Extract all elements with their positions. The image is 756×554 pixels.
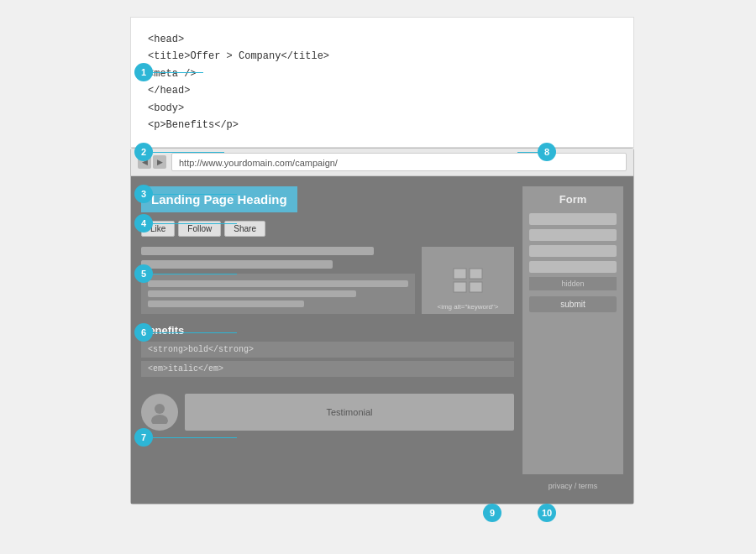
code-line-2: <title>Offer > Company</title> xyxy=(148,48,617,65)
callout-10: 10 xyxy=(538,504,556,522)
callout-3: 3 xyxy=(134,185,153,203)
text-line-1 xyxy=(141,247,374,255)
lp-form: Form hidden submit xyxy=(522,186,623,474)
code-line-5: <body> xyxy=(148,100,617,117)
form-field-2 xyxy=(529,229,617,241)
form-submit-button[interactable]: submit xyxy=(529,296,617,312)
bullet-line-1 xyxy=(148,280,408,287)
callout-line-7 xyxy=(153,437,237,438)
code-block: <head> <title>Offer > Company</title> <m… xyxy=(130,17,634,148)
text-line-2 xyxy=(141,260,333,269)
callout-line-5 xyxy=(153,274,237,274)
callout-8: 8 xyxy=(538,143,556,161)
bullet-line-3 xyxy=(148,301,304,307)
callout-line-6 xyxy=(153,332,237,333)
form-hidden: hidden xyxy=(529,277,617,290)
image-alt-text: <img alt="keyword"> xyxy=(437,303,498,311)
main-container: <head> <title>Offer > Company</title> <m… xyxy=(130,17,634,504)
callout-9: 9 xyxy=(483,504,501,522)
lp-main-column: Landing Page Heading Like Follow Share xyxy=(141,186,514,494)
browser-toolbar: ◀ ▶ http://www.yourdomain.com/campaign/ xyxy=(131,149,633,176)
form-title: Form xyxy=(529,193,617,206)
callout-1: 1 xyxy=(134,63,153,81)
lp-text-content xyxy=(141,247,415,314)
callout-7: 7 xyxy=(134,428,153,447)
image-placeholder-icon xyxy=(453,268,483,293)
callout-line-1 xyxy=(153,72,203,73)
form-field-3 xyxy=(529,245,617,257)
code-line-6: <p>Benefits</p> xyxy=(148,117,617,133)
svg-rect-3 xyxy=(470,282,482,292)
svg-point-4 xyxy=(155,404,165,414)
form-field-1 xyxy=(529,213,617,225)
bold-tag-line: <strong>bold</strong> xyxy=(141,342,514,358)
browser-content-wrapper: Landing Page Heading Like Follow Share xyxy=(131,176,633,504)
code-line-1: <head> xyxy=(148,31,617,48)
testimonial-text: Testimonial xyxy=(185,394,514,431)
svg-point-5 xyxy=(151,415,168,424)
callout-4: 4 xyxy=(134,214,153,233)
url-bar[interactable]: http://www.yourdomain.com/campaign/ xyxy=(171,153,627,171)
lp-image-block: <img alt="keyword"> xyxy=(422,247,514,314)
lp-testimonial: Testimonial xyxy=(141,394,514,431)
form-field-4 xyxy=(529,261,617,273)
browser-window: ◀ ▶ http://www.yourdomain.com/campaign/ … xyxy=(130,148,634,504)
svg-rect-0 xyxy=(454,269,466,279)
benefits-title: Benefits xyxy=(141,324,514,337)
callout-5: 5 xyxy=(134,264,153,283)
browser-content: Landing Page Heading Like Follow Share xyxy=(131,176,633,504)
code-line-4: </head> xyxy=(148,82,617,99)
callout-line-2 xyxy=(153,152,224,153)
svg-rect-2 xyxy=(454,282,466,292)
lp-heading: Landing Page Heading xyxy=(141,186,514,212)
callout-6: 6 xyxy=(134,323,153,342)
testimonial-avatar xyxy=(141,394,178,431)
callout-2: 2 xyxy=(134,143,153,161)
bullet-line-2 xyxy=(148,290,356,297)
callout-line-3 xyxy=(153,194,237,195)
callout-line-4 xyxy=(153,223,237,224)
lp-bullet-block xyxy=(141,274,415,314)
svg-rect-1 xyxy=(470,269,482,279)
lp-media-row: <img alt="keyword"> xyxy=(141,247,514,314)
callout-line-8 xyxy=(517,152,538,153)
lp-sidebar: Form hidden submit privacy / terms xyxy=(522,186,623,494)
italic-tag-line: <em>italic</em> xyxy=(141,361,514,377)
person-icon xyxy=(148,400,171,424)
forward-arrow[interactable]: ▶ xyxy=(153,155,166,169)
privacy-terms: privacy / terms xyxy=(522,478,623,494)
code-line-3: <meta /> xyxy=(148,65,617,82)
